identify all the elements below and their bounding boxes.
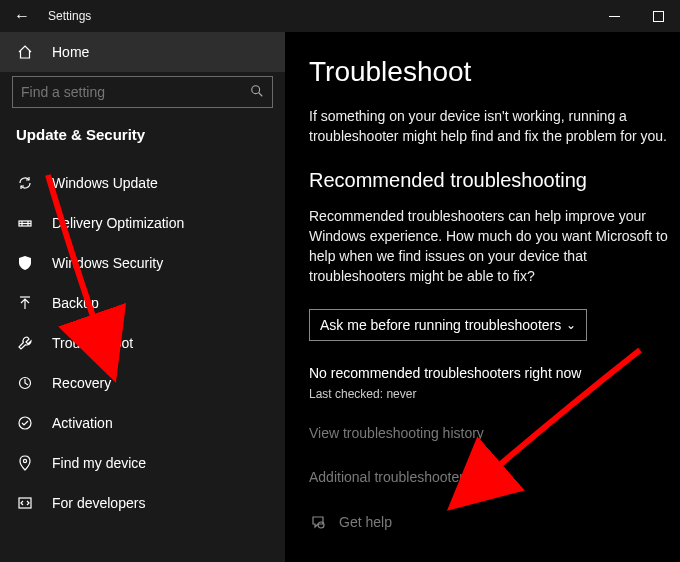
nav-label: Delivery Optimization: [52, 215, 184, 231]
home-icon: [16, 43, 34, 61]
nav-activation[interactable]: Activation: [0, 403, 285, 443]
titlebar: ← Settings: [0, 0, 680, 32]
nav-find-my-device[interactable]: Find my device: [0, 443, 285, 483]
sidebar: Home Update & Security Windows Update De…: [0, 32, 285, 562]
no-recommended-text: No recommended troubleshooters right now: [309, 365, 680, 381]
maximize-button[interactable]: [636, 9, 680, 23]
svg-line-3: [259, 92, 263, 96]
home-item[interactable]: Home: [0, 32, 285, 72]
dropdown-value: Ask me before running troubleshooters: [320, 317, 561, 333]
nav-troubleshoot[interactable]: Troubleshoot: [0, 323, 285, 363]
nav-for-developers[interactable]: For developers: [0, 483, 285, 523]
wrench-icon: [16, 334, 34, 352]
last-checked-text: Last checked: never: [309, 387, 680, 401]
check-circle-icon: [16, 414, 34, 432]
nav-label: Find my device: [52, 455, 146, 471]
view-history-link[interactable]: View troubleshooting history: [309, 425, 680, 441]
search-box[interactable]: [12, 76, 273, 108]
troubleshoot-preference-dropdown[interactable]: Ask me before running troubleshooters ⌄: [309, 309, 587, 341]
nav-delivery-optimization[interactable]: Delivery Optimization: [0, 203, 285, 243]
nav-label: Windows Security: [52, 255, 163, 271]
search-wrap: [0, 76, 285, 120]
section-heading: Update & Security: [0, 120, 285, 159]
svg-point-13: [318, 522, 324, 528]
home-label: Home: [52, 44, 89, 60]
search-input[interactable]: [21, 84, 250, 100]
nav-label: Troubleshoot: [52, 335, 133, 351]
svg-point-2: [252, 85, 260, 93]
page-title: Troubleshoot: [309, 56, 680, 88]
sync-icon: [16, 174, 34, 192]
svg-point-11: [23, 459, 26, 462]
back-button[interactable]: ←: [0, 7, 44, 25]
svg-point-10: [19, 417, 31, 429]
nav-label: Recovery: [52, 375, 111, 391]
delivery-icon: [16, 214, 34, 232]
app-title: Settings: [44, 9, 91, 23]
chat-icon: [309, 513, 327, 531]
recommended-heading: Recommended troubleshooting: [309, 169, 680, 192]
nav-label: For developers: [52, 495, 145, 511]
nav-label: Backup: [52, 295, 99, 311]
chevron-down-icon: ⌄: [566, 318, 576, 332]
nav-backup[interactable]: Backup: [0, 283, 285, 323]
nav-windows-security[interactable]: Windows Security: [0, 243, 285, 283]
main-content: Troubleshoot If something on your device…: [285, 32, 680, 562]
nav-label: Windows Update: [52, 175, 158, 191]
nav-recovery[interactable]: Recovery: [0, 363, 285, 403]
additional-troubleshooters-link[interactable]: Additional troubleshooters: [309, 469, 680, 485]
recommended-body: Recommended troubleshooters can help imp…: [309, 206, 669, 287]
nav-list: Windows Update Delivery Optimization Win…: [0, 159, 285, 523]
search-icon: [250, 84, 264, 101]
location-icon: [16, 454, 34, 472]
svg-rect-1: [653, 12, 663, 22]
recovery-icon: [16, 374, 34, 392]
get-help-link[interactable]: Get help: [309, 513, 680, 531]
nav-windows-update[interactable]: Windows Update: [0, 163, 285, 203]
minimize-button[interactable]: [592, 9, 636, 23]
nav-label: Activation: [52, 415, 113, 431]
get-help-label: Get help: [339, 514, 392, 530]
shield-icon: [16, 254, 34, 272]
code-icon: [16, 494, 34, 512]
backup-icon: [16, 294, 34, 312]
intro-text: If something on your device isn't workin…: [309, 106, 669, 147]
